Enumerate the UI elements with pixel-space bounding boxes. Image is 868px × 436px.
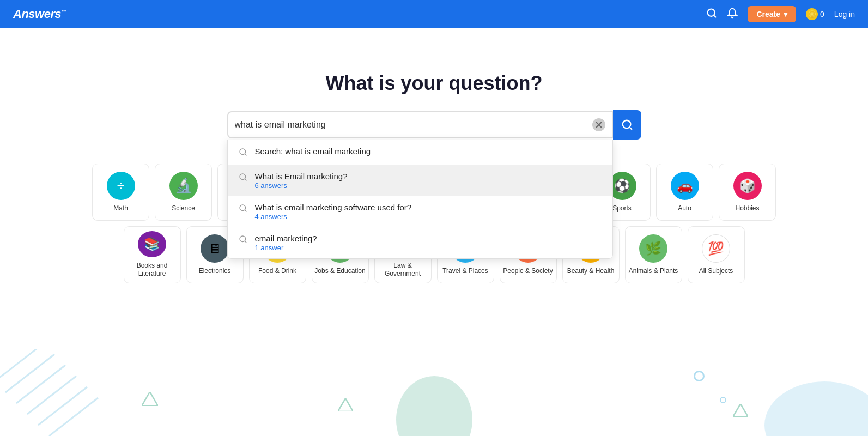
people-label: People & Society: [503, 267, 553, 276]
svg-point-20: [396, 376, 472, 436]
svg-line-7: [245, 154, 246, 155]
header-actions: Create ▾ 🪙 0 Log in: [706, 6, 855, 22]
search-button[interactable]: [613, 110, 641, 140]
logo-sup: ™: [61, 9, 66, 15]
books-icon: 📚: [138, 231, 166, 257]
dropdown-title-3: What is email marketing software used fo…: [255, 203, 602, 212]
dropdown-title-4: email marketing?: [255, 234, 602, 243]
animals-icon: 🌿: [639, 234, 667, 263]
dropdown-answers-4: 1 answer: [255, 244, 602, 252]
search-input[interactable]: [235, 120, 592, 130]
category-math[interactable]: ÷ Math: [92, 164, 149, 221]
svg-line-19: [49, 398, 98, 436]
coins-count: 0: [820, 10, 824, 19]
circle-decor-2: [720, 397, 726, 403]
search-icon[interactable]: [706, 8, 717, 21]
dropdown-text-1: Search: what is email marketing: [255, 147, 602, 156]
dropdown-text-3: What is email marketing software used fo…: [255, 203, 602, 221]
svg-point-23: [764, 382, 868, 436]
search-icon-1: [239, 173, 247, 184]
svg-marker-21: [142, 392, 158, 406]
svg-line-11: [245, 210, 246, 211]
svg-line-17: [27, 376, 76, 414]
create-label: Create: [756, 10, 780, 19]
svg-line-13: [245, 241, 246, 243]
teal-lines-decor: [0, 349, 109, 436]
coin-icon: 🪙: [806, 8, 818, 20]
category-hobbies[interactable]: 🎲 Hobbies: [719, 164, 776, 221]
dropdown-item-1[interactable]: What is Email marketing? 6 answers: [228, 165, 612, 196]
dropdown-item-3[interactable]: email marketing? 1 answer: [228, 227, 612, 258]
clear-button[interactable]: [592, 118, 605, 131]
logo-text: Answers: [13, 7, 61, 21]
hobbies-icon: 🎲: [733, 172, 762, 200]
dropdown-text-2: What is Email marketing? 6 answers: [255, 172, 602, 190]
dropdown-answers-3: 4 answers: [255, 213, 602, 221]
category-animals[interactable]: 🌿 Animals & Plants: [625, 226, 682, 283]
math-label: Math: [113, 204, 128, 213]
all-subjects-icon: 💯: [702, 234, 730, 263]
science-icon: 🔬: [169, 172, 198, 200]
circle-decor-1: [694, 371, 705, 382]
logo: Answers™: [13, 7, 706, 21]
auto-label: Auto: [678, 204, 691, 213]
chevron-down-icon: ▾: [784, 10, 787, 19]
all-subjects-label: All Subjects: [699, 267, 733, 276]
travel-label: Travel & Places: [442, 267, 488, 276]
auto-icon: 🚗: [671, 172, 699, 200]
triangle-decor-2: [338, 398, 353, 411]
main-content: What is your question?: [0, 28, 868, 436]
header: Answers™ Create ▾ 🪙 0 Log in: [0, 0, 868, 28]
svg-marker-24: [733, 404, 748, 417]
animals-label: Animals & Plants: [629, 267, 678, 276]
category-auto[interactable]: 🚗 Auto: [656, 164, 713, 221]
hobbies-label: Hobbies: [735, 204, 759, 213]
create-button[interactable]: Create ▾: [748, 6, 796, 22]
electronics-label: Electronics: [199, 267, 231, 276]
dropdown-item-search[interactable]: Search: what is email marketing: [228, 140, 612, 165]
svg-line-5: [629, 127, 632, 129]
search-icon-3: [239, 235, 247, 246]
svg-line-18: [38, 387, 87, 425]
food-label: Food & Drink: [258, 267, 296, 276]
dropdown-title-1: Search: what is email marketing: [255, 147, 602, 156]
dropdown-text-4: email marketing? 1 answer: [255, 234, 602, 252]
search-icon-dropdown: [239, 148, 247, 159]
math-icon: ÷: [107, 172, 135, 200]
svg-line-16: [16, 365, 65, 403]
dropdown-answers-2: 6 answers: [255, 181, 602, 190]
search-icon-2: [239, 204, 247, 215]
svg-marker-22: [338, 398, 353, 411]
triangle-decor-3: [733, 404, 748, 417]
category-all-subjects[interactable]: 💯 All Subjects: [688, 226, 745, 283]
login-link[interactable]: Log in: [834, 10, 855, 19]
svg-line-15: [5, 354, 54, 392]
search-dropdown: Search: what is email marketing What is …: [227, 140, 613, 259]
blue-blob-decor: [732, 354, 868, 436]
triangle-decor-1: [142, 392, 158, 406]
svg-line-14: [0, 349, 44, 382]
background-decoration: [0, 327, 868, 436]
science-label: Science: [172, 204, 195, 213]
electronics-icon: 🖥: [201, 234, 229, 263]
search-row: [227, 110, 641, 140]
law-label: Law & Government: [377, 262, 429, 278]
jobs-label: Jobs & Education: [314, 267, 365, 276]
search-input-wrap: [227, 111, 613, 138]
category-books[interactable]: 📚 Books and Literature: [124, 226, 181, 283]
dropdown-title-2: What is Email marketing?: [255, 172, 602, 181]
books-label: Books and Literature: [126, 262, 178, 278]
dropdown-item-2[interactable]: What is email marketing software used fo…: [228, 196, 612, 227]
category-science[interactable]: 🔬 Science: [155, 164, 212, 221]
notification-icon[interactable]: [727, 8, 738, 21]
beauty-label: Beauty & Health: [567, 267, 615, 276]
page-title: What is your question?: [325, 72, 542, 95]
sports-label: Sports: [612, 204, 632, 213]
coins-area: 🪙 0: [806, 8, 824, 20]
green-blob-decor: [391, 349, 478, 436]
svg-line-1: [714, 15, 716, 17]
svg-line-9: [245, 179, 246, 180]
search-container: Search: what is email marketing What is …: [227, 110, 641, 140]
